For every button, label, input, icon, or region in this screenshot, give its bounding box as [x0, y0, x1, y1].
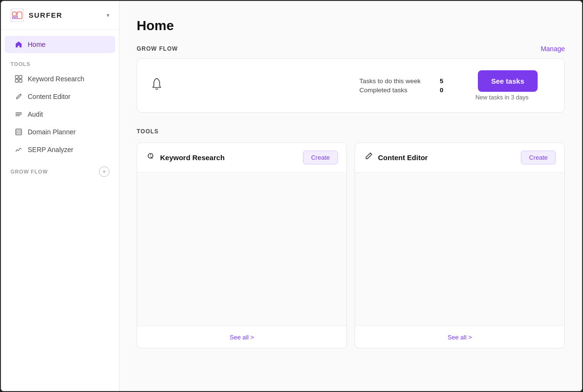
- bell-area: [151, 77, 163, 94]
- completed-tasks-label: Completed tasks: [359, 87, 408, 94]
- see-tasks-area: See tasks New tasks in 3 days: [466, 70, 538, 101]
- chevron-down-icon[interactable]: ▾: [107, 12, 109, 19]
- home-icon: [14, 40, 23, 49]
- audit-icon: [14, 110, 23, 119]
- svg-rect-7: [15, 79, 18, 82]
- keyword-research-card-body: [137, 173, 346, 326]
- grow-flow-title: GROW FLOW: [137, 45, 178, 52]
- tasks-to-do-row: Tasks to do this week 5: [359, 77, 443, 85]
- grow-flow-section-header: GROW FLOW ＋: [1, 159, 119, 180]
- keyword-research-see-all-link[interactable]: See all: [230, 334, 254, 341]
- see-tasks-button[interactable]: See tasks: [478, 70, 538, 92]
- keyword-research-card-header: Keyword Research Create: [137, 143, 346, 173]
- sidebar-item-domain-planner[interactable]: Domain Planner: [5, 123, 115, 141]
- content-editor-card: Content Editor Create See all: [355, 142, 565, 348]
- sidebar-item-content-editor-label: Content Editor: [28, 93, 71, 100]
- content-editor-card-title: Content Editor: [378, 153, 428, 162]
- logo-area[interactable]: SURFER: [11, 9, 63, 22]
- main-content: Home GROW FLOW Manage Tasks to do this w…: [119, 1, 582, 391]
- content-editor-see-all-link[interactable]: See all: [448, 334, 472, 341]
- domain-planner-icon: [14, 128, 23, 136]
- content-editor-icon: [14, 92, 23, 101]
- content-editor-title-area: Content Editor: [364, 152, 428, 163]
- sidebar-item-audit-label: Audit: [28, 110, 43, 118]
- keyword-research-create-button[interactable]: Create: [303, 151, 338, 164]
- tools-section-label: TOOLS: [1, 54, 119, 70]
- tasks-to-do-count: 5: [440, 77, 443, 85]
- sidebar-item-serp-analyzer-label: SERP Analyzer: [28, 146, 73, 153]
- sidebar-item-keyword-research-label: Keyword Research: [28, 75, 84, 83]
- bell-icon: [151, 77, 163, 94]
- sidebar: SURFER ▾ Home TOOLS: [1, 1, 119, 391]
- grow-flow-section-label: GROW FLOW: [11, 169, 48, 174]
- tasks-stats: Tasks to do this week 5 Completed tasks …: [359, 77, 443, 94]
- keyword-research-title-area: Keyword Research: [146, 152, 225, 163]
- logo-text: SURFER: [29, 11, 63, 19]
- content-editor-tool-icon: [364, 152, 373, 163]
- surfer-logo-icon: [11, 9, 24, 22]
- manage-link[interactable]: Manage: [540, 45, 565, 53]
- keyword-research-tool-icon: [146, 152, 155, 163]
- keyword-research-card: Keyword Research Create See all: [137, 142, 347, 348]
- keyword-research-icon: [14, 75, 23, 83]
- sidebar-item-domain-planner-label: Domain Planner: [28, 128, 76, 136]
- tasks-to-do-label: Tasks to do this week: [359, 77, 421, 85]
- svg-rect-6: [19, 76, 22, 78]
- content-editor-card-header: Content Editor Create: [355, 143, 564, 173]
- svg-rect-12: [16, 129, 22, 135]
- keyword-research-card-footer: See all: [137, 326, 346, 348]
- tools-section-title: TOOLS: [137, 128, 565, 135]
- sidebar-header: SURFER ▾: [1, 1, 119, 30]
- content-editor-create-button[interactable]: Create: [521, 151, 556, 164]
- sidebar-item-serp-analyzer[interactable]: SERP Analyzer: [5, 141, 115, 158]
- sidebar-item-keyword-research[interactable]: Keyword Research: [5, 70, 115, 87]
- grow-flow-card: Tasks to do this week 5 Completed tasks …: [137, 58, 565, 113]
- svg-rect-5: [15, 76, 18, 78]
- content-editor-card-body: [355, 173, 564, 326]
- tools-grid: Keyword Research Create See all: [137, 142, 565, 348]
- completed-tasks-count: 0: [440, 87, 443, 94]
- keyword-research-card-title: Keyword Research: [160, 153, 225, 162]
- completed-tasks-row: Completed tasks 0: [359, 87, 443, 94]
- sidebar-navigation: Home TOOLS Keyword Research: [1, 30, 119, 185]
- content-editor-card-footer: See all: [355, 326, 564, 348]
- serp-analyzer-icon: [14, 145, 23, 154]
- sidebar-item-content-editor[interactable]: Content Editor: [5, 88, 115, 105]
- sidebar-item-home-label: Home: [28, 41, 45, 48]
- grow-flow-header: GROW FLOW Manage: [137, 45, 565, 53]
- sidebar-item-audit[interactable]: Audit: [5, 106, 115, 123]
- new-tasks-note: New tasks in 3 days: [475, 94, 529, 101]
- page-title: Home: [137, 18, 565, 33]
- sidebar-item-home[interactable]: Home: [5, 36, 115, 53]
- add-grow-flow-button[interactable]: ＋: [99, 166, 109, 177]
- svg-rect-8: [19, 79, 22, 82]
